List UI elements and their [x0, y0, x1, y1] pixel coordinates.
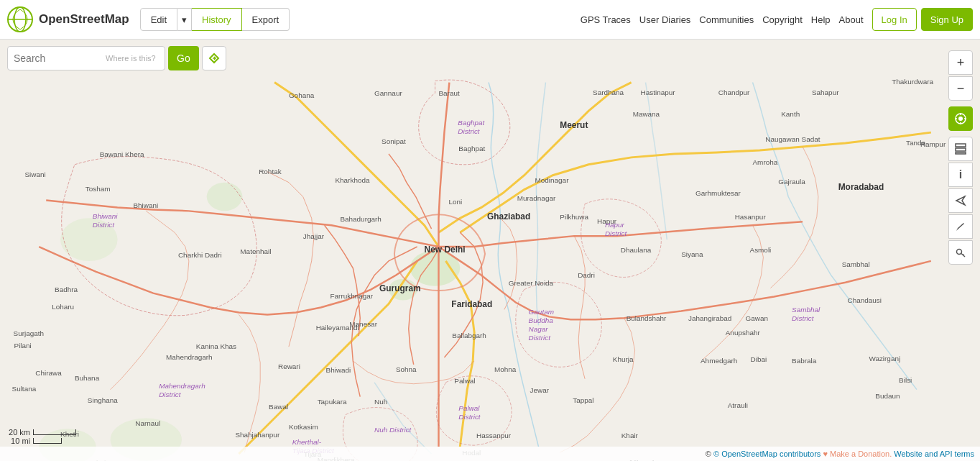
svg-text:Bhiwadi: Bhiwadi	[326, 366, 351, 374]
svg-text:Atrauli: Atrauli	[728, 401, 748, 409]
svg-text:Sonipat: Sonipat	[382, 137, 406, 145]
share-icon	[955, 195, 966, 206]
svg-text:Meerut: Meerut	[560, 120, 588, 130]
history-button[interactable]: History	[192, 8, 241, 31]
svg-text:Loni: Loni	[448, 198, 462, 206]
svg-text:Ghaziabad: Ghaziabad	[487, 211, 530, 222]
svg-text:Asmoli: Asmoli	[750, 246, 772, 254]
search-input[interactable]	[8, 53, 101, 64]
logo-area[interactable]: OpenStreetMap	[7, 6, 129, 32]
svg-text:Singhana: Singhana	[88, 396, 118, 404]
signup-button[interactable]: Sign Up	[921, 8, 973, 31]
svg-text:Farrukhnagar: Farrukhnagar	[330, 292, 374, 300]
svg-rect-133	[956, 144, 966, 147]
svg-text:Thakurdwara: Thakurdwara	[892, 78, 933, 86]
svg-text:Bhiwani: Bhiwani	[133, 201, 158, 209]
svg-rect-3	[4, 40, 977, 461]
svg-text:Siyana: Siyana	[681, 250, 703, 258]
svg-text:Sohna: Sohna	[396, 365, 417, 373]
scale-bar: 20 km 10 mi	[7, 428, 76, 445]
gps-button[interactable]	[948, 106, 973, 131]
svg-text:Kherthal-: Kherthal-	[292, 438, 322, 446]
svg-text:Hapur: Hapur	[605, 221, 625, 229]
website-api-link[interactable]: Website and API terms	[894, 449, 974, 458]
nav-communities[interactable]: Communities	[699, 14, 754, 25]
svg-text:Ballabgarh: Ballabgarh	[452, 332, 486, 339]
footer: © © OpenStreetMap contributors ♥ Make a …	[0, 447, 980, 461]
svg-point-137	[957, 250, 962, 255]
scale-mi-label: 10 mi	[7, 437, 30, 445]
svg-text:Dhaulana: Dhaulana	[621, 246, 652, 254]
svg-text:Chandpur: Chandpur	[718, 88, 750, 96]
svg-text:Baraut: Baraut	[438, 89, 459, 97]
svg-text:Chandausi: Chandausi	[848, 296, 882, 304]
svg-text:Gawan: Gawan	[746, 314, 768, 322]
svg-point-127	[958, 117, 963, 121]
nav-links: GPS Traces User Diaries Communities Copy…	[581, 14, 864, 25]
svg-line-136	[962, 224, 963, 225]
toolbar: Edit ▾ History Export	[140, 8, 290, 31]
svg-text:Sambhal: Sambhal	[792, 306, 820, 314]
svg-text:District: District	[529, 334, 552, 342]
svg-text:Tapukara: Tapukara	[318, 398, 347, 406]
nav-user-diaries[interactable]: User Diaries	[639, 14, 691, 25]
key-button[interactable]	[948, 240, 973, 265]
nav-gps-traces[interactable]: GPS Traces	[581, 14, 631, 25]
map-area[interactable]: New Delhi Ghaziabad Gurugram Faridabad M…	[0, 40, 980, 461]
directions-button[interactable]	[202, 46, 226, 70]
svg-text:Bulandshahr: Bulandshahr	[627, 314, 667, 322]
go-button[interactable]: Go	[168, 46, 199, 70]
svg-text:Siwani: Siwani	[24, 170, 45, 178]
zoom-in-button[interactable]: +	[948, 50, 973, 75]
svg-text:Khurja: Khurja	[613, 355, 634, 363]
zoom-out-button[interactable]: −	[948, 76, 973, 101]
donate-link[interactable]: ♥ Make a Donation.	[823, 449, 892, 458]
svg-text:Loharu: Loharu	[52, 303, 74, 311]
contributors-link[interactable]: © OpenStreetMap contributors	[713, 449, 820, 458]
layers-icon	[954, 142, 967, 155]
svg-point-6	[207, 183, 243, 211]
svg-text:Mahendragarh: Mahendragarh	[166, 353, 213, 361]
nav-about[interactable]: About	[839, 14, 864, 25]
edit-dropdown-button[interactable]: ▾	[177, 8, 192, 31]
nav-copyright[interactable]: Copyright	[762, 14, 803, 25]
svg-text:Gajraula: Gajraula	[778, 178, 805, 186]
note-button[interactable]	[948, 214, 973, 239]
info-button[interactable]: i	[948, 163, 973, 187]
svg-text:Wazirganj: Wazirganj	[869, 355, 900, 362]
header: OpenStreetMap Edit ▾ History Export GPS …	[0, 0, 980, 40]
svg-text:Tappal: Tappal	[573, 396, 593, 404]
svg-text:New Delhi: New Delhi	[425, 245, 466, 255]
login-button[interactable]: Log In	[872, 8, 917, 31]
svg-text:Hassanpur: Hassanpur	[476, 432, 512, 439]
scale-km-label: 20 km	[7, 428, 30, 437]
export-button[interactable]: Export	[242, 8, 290, 31]
logo-icon	[7, 6, 33, 32]
svg-text:Rewari: Rewari	[278, 362, 300, 370]
directions-icon	[208, 52, 221, 65]
svg-text:Pilkhuwa: Pilkhuwa	[560, 213, 588, 221]
svg-text:Kanth: Kanth	[781, 110, 800, 118]
svg-text:Gannaur: Gannaur	[374, 89, 402, 97]
svg-text:Nuh: Nuh	[374, 398, 387, 406]
note-icon	[955, 221, 966, 232]
map-controls: + − i	[948, 50, 973, 269]
layers-button[interactable]	[948, 137, 973, 161]
svg-text:Narnaul: Narnaul	[135, 419, 160, 427]
svg-text:Gurugram: Gurugram	[379, 283, 421, 293]
search-container: Where is this?	[7, 46, 165, 70]
svg-text:Anupshahr: Anupshahr	[726, 329, 761, 337]
svg-text:Bahadurgarh: Bahadurgarh	[340, 215, 381, 223]
svg-text:Budaun: Budaun	[875, 392, 900, 400]
svg-text:Sardhana: Sardhana	[593, 88, 624, 96]
nav-help[interactable]: Help	[811, 14, 831, 25]
key-icon	[955, 247, 966, 258]
search-bar: Where is this? Go	[7, 46, 226, 70]
edit-button[interactable]: Edit	[140, 8, 177, 31]
where-is-this-label[interactable]: Where is this?	[101, 54, 160, 63]
svg-text:Amroha: Amroha	[753, 158, 778, 166]
svg-rect-134	[956, 148, 966, 151]
svg-text:District: District	[93, 221, 116, 229]
share-button[interactable]	[948, 188, 973, 213]
svg-text:District: District	[458, 127, 481, 135]
